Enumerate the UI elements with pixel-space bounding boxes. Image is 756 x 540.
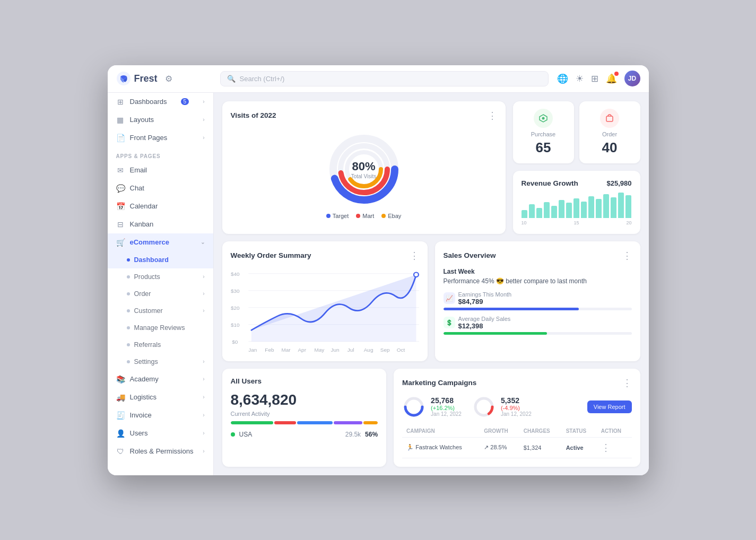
campaign-table-body: 🏃 Fastrack Watches ↗ 28.5% $1,324 Active… <box>402 437 631 458</box>
activity-seg-3 <box>297 421 333 424</box>
user-avatar[interactable]: JD <box>624 71 640 86</box>
svg-rect-8 <box>606 116 613 121</box>
right-column: Purchase 65 Order <box>513 101 640 234</box>
sidebar-item-calendar[interactable]: 📅 Calendar <box>108 197 213 215</box>
donut-subtitle: Total Visits <box>351 173 377 179</box>
globe-icon[interactable]: 🌐 <box>557 73 568 84</box>
top-row: Visits of 2022 ⋮ <box>222 101 640 234</box>
legend-dot-ebay <box>381 214 386 218</box>
grid-icon[interactable]: ⊞ <box>591 73 598 84</box>
campaign-action-icon-1[interactable]: ⋮ <box>601 442 611 453</box>
mini-bar-item <box>611 197 616 217</box>
weekly-order-title: Weekly Order Summary <box>231 251 311 259</box>
sidebar-sub-order[interactable]: Order › <box>108 285 213 302</box>
sidebar-sub-dashboard[interactable]: Dashboard <box>108 251 213 268</box>
campaign-donut-2 <box>472 395 496 419</box>
all-users-card: All Users 8,634,820 Current Activity USA <box>222 369 387 467</box>
purchase-icon <box>538 114 548 123</box>
mini-bar-item <box>573 198 579 218</box>
sidebar-item-chat[interactable]: 💬 Chat <box>108 179 213 197</box>
sub-dot-products <box>127 275 130 278</box>
metric-info-2: 5,352 (-4.9%) Jan 12, 2022 <box>501 396 532 417</box>
sidebar-sub-referrals[interactable]: Referrals <box>108 336 213 353</box>
sidebar-item-invoice[interactable]: 🧾 Invoice › <box>108 406 213 424</box>
sidebar-sub-products[interactable]: Products › <box>108 268 213 285</box>
users-num: 29.5k <box>345 431 361 438</box>
sidebar-sub-customer[interactable]: Customer › <box>108 302 213 319</box>
sales-overview-title: Sales Overview <box>444 251 496 259</box>
settings-icon[interactable]: ⚙ <box>165 74 172 84</box>
weekly-order-menu[interactable]: ⋮ <box>410 250 419 262</box>
line-chart-svg: $40 $30 $20 $10 $0 <box>231 268 419 353</box>
search-icon: 🔍 <box>227 75 236 83</box>
sidebar-sub-label-referrals: Referrals <box>134 341 161 349</box>
campaign-action-1[interactable]: ⋮ <box>597 437 632 458</box>
sidebar-item-logistics[interactable]: 🚚 Logistics › <box>108 388 213 406</box>
mini-bar-item <box>551 206 557 217</box>
users-dot-usa <box>231 432 235 437</box>
sidebar-label-roles: Roles & Permissions <box>130 447 194 455</box>
purchase-label: Purchase <box>531 131 555 137</box>
svg-text:Mar: Mar <box>281 347 291 353</box>
notifications-icon[interactable]: 🔔 <box>606 73 617 84</box>
visits-card-header: Visits of 2022 ⋮ <box>231 110 497 121</box>
sales-overview-menu[interactable]: ⋮ <box>622 250 632 262</box>
academy-icon: 📚 <box>116 375 125 384</box>
sidebar-item-front-pages[interactable]: 📄 Front Pages › <box>108 129 213 147</box>
daily-progress-bar <box>444 332 632 335</box>
order-icon <box>605 114 614 123</box>
sidebar-item-email[interactable]: ✉ Email <box>108 161 213 179</box>
sidebar-item-layouts[interactable]: ▦ Layouts › <box>108 111 213 129</box>
sidebar-item-users[interactable]: 👤 Users › <box>108 424 213 442</box>
search-bar[interactable]: 🔍 Search (Ctrl+/) <box>220 71 549 86</box>
ecommerce-arrow: ⌄ <box>201 239 205 245</box>
marketing-menu[interactable]: ⋮ <box>622 377 632 389</box>
sub-dot-manage-reviews <box>127 326 130 329</box>
sidebar-sub-manage-reviews[interactable]: Manage Reviews <box>108 319 213 336</box>
logo-icon <box>116 71 131 86</box>
sidebar-item-kanban[interactable]: ⊟ Kanban <box>108 215 213 233</box>
revenue-title: Revenue Growth <box>522 179 578 187</box>
mini-bar-item <box>566 203 572 217</box>
order-value: 40 <box>602 140 618 156</box>
mini-bar-item <box>522 210 527 218</box>
purchase-value: 65 <box>536 140 551 156</box>
theme-icon[interactable]: ☀ <box>576 73 584 84</box>
chat-icon: 💬 <box>116 184 125 193</box>
layouts-icon: ▦ <box>116 116 125 124</box>
dashboards-icon: ⊞ <box>116 98 125 106</box>
order-label: Order <box>602 131 617 137</box>
metric-chg-1: (+16.2%) <box>431 405 462 411</box>
sidebar-label-academy: Academy <box>130 375 159 383</box>
order-arrow: › <box>203 291 204 297</box>
sidebar-label-email: Email <box>130 166 147 174</box>
bar-label-20: 20 <box>626 220 631 225</box>
sidebar-item-roles[interactable]: 🛡 Roles & Permissions › <box>108 442 213 460</box>
sidebar-sub-settings[interactable]: Settings › <box>108 353 213 370</box>
sidebar-item-dashboards[interactable]: ⊞ Dashboards 5 › <box>108 93 213 111</box>
metric-date-2: Jan 12, 2022 <box>501 411 532 417</box>
sidebar-sub-label-customer: Customer <box>134 307 163 315</box>
donut-wrap: 80% Total Visits <box>327 132 401 206</box>
products-arrow: › <box>203 274 204 280</box>
visits-menu-icon[interactable]: ⋮ <box>488 110 497 121</box>
ecommerce-icon: 🛒 <box>116 238 125 247</box>
dashboards-badge: 5 <box>181 98 189 105</box>
roles-icon: 🛡 <box>116 447 125 456</box>
sidebar-label-chat: Chat <box>130 184 144 192</box>
sub-dot-order <box>127 292 130 295</box>
earnings-label: Earnings This Month <box>458 291 512 298</box>
kanban-icon: ⊟ <box>116 220 125 229</box>
sales-overview-card: Sales Overview ⋮ Last Week Performance 4… <box>435 241 640 361</box>
sidebar-item-ecommerce[interactable]: 🛒 eCommerce ⌄ <box>108 233 213 251</box>
earnings-value: $84,789 <box>458 298 512 306</box>
users-pct: 56% <box>365 431 378 438</box>
daily-icon: 💲 <box>444 317 455 328</box>
weekly-order-card: Weekly Order Summary ⋮ $40 <box>222 241 428 361</box>
view-report-button[interactable]: View Report <box>587 400 632 413</box>
sidebar-item-academy[interactable]: 📚 Academy › <box>108 370 213 388</box>
mini-bar-item <box>603 194 609 217</box>
activity-seg-2 <box>274 421 296 424</box>
mini-bar-item <box>581 202 587 218</box>
dashboards-arrow: › <box>203 99 204 104</box>
